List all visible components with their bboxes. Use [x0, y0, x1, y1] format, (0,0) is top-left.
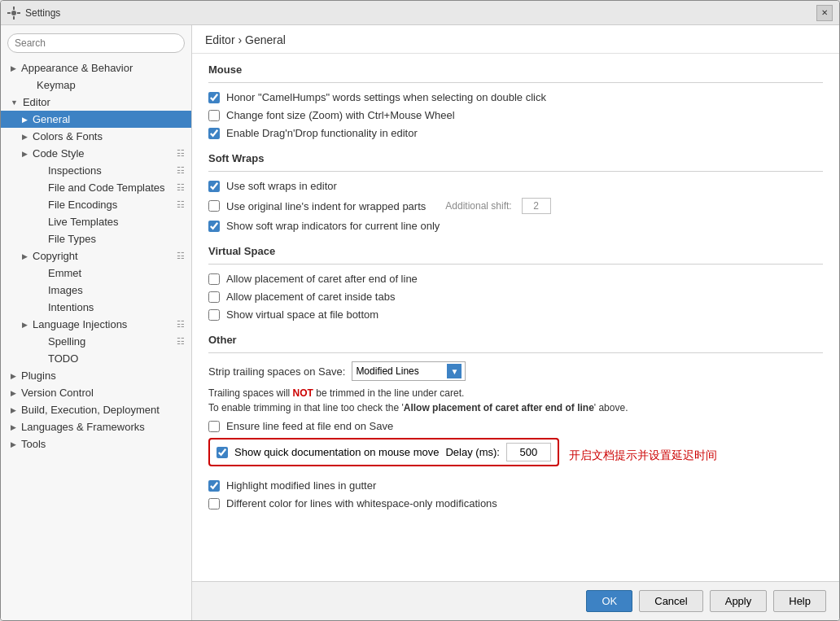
sidebar-label-languages-frameworks: Languages & Frameworks: [21, 421, 185, 433]
delay-label: Delay (ms):: [445, 446, 499, 458]
sidebar-label-inspections: Inspections: [48, 164, 173, 177]
sidebar-item-general[interactable]: ▶General: [1, 111, 191, 128]
help-button[interactable]: Help: [773, 590, 826, 612]
placement-tabs-checkbox[interactable]: [208, 291, 220, 303]
sidebar-label-code-style: Code Style: [33, 147, 173, 160]
virtual-bottom-checkbox[interactable]: [208, 309, 220, 321]
chinese-annotation: 开启文档提示并设置延迟时间: [569, 448, 717, 463]
sidebar-item-language-injections[interactable]: ▶Language Injections☷: [1, 316, 191, 333]
search-input[interactable]: [7, 33, 185, 53]
apply-button[interactable]: Apply: [710, 590, 768, 612]
placement-end-row: Allow placement of caret after end of li…: [208, 273, 823, 285]
drag-drop-label: Enable Drag'n'Drop functionality in edit…: [226, 127, 418, 139]
sidebar-item-images[interactable]: Images: [1, 282, 191, 299]
highlight-modified-row: Highlight modified lines in gutter: [208, 479, 823, 492]
mouse-section-title: Mouse: [208, 63, 823, 76]
main-body: Mouse Honor "CamelHumps" words settings …: [192, 54, 839, 581]
arrow-icon-languages-frameworks: ▶: [11, 423, 16, 431]
sidebar-item-live-templates[interactable]: Live Templates: [1, 213, 191, 230]
use-original-indent-row: Use original line's indent for wrapped p…: [208, 198, 823, 214]
sidebar-item-build-execution[interactable]: ▶Build, Execution, Deployment: [1, 401, 191, 418]
sidebar-item-copyright[interactable]: ▶Copyright☷: [1, 247, 191, 265]
sidebar-item-spelling[interactable]: Spelling☷: [1, 333, 191, 350]
page-icon-code-style: ☷: [177, 148, 185, 159]
page-icon-language-injections: ☷: [177, 319, 185, 330]
sidebar-label-appearance: Appearance & Behavior: [21, 62, 185, 74]
camel-humps-label: Honor "CamelHumps" words settings when s…: [226, 91, 546, 103]
sidebar-item-code-style[interactable]: ▶Code Style☷: [1, 145, 191, 162]
quick-doc-text: Show quick documentation on mouse move: [234, 446, 439, 458]
strip-dropdown[interactable]: Modified Lines ▼: [352, 361, 466, 381]
other-divider: [208, 352, 823, 353]
page-icon-file-encodings: ☷: [177, 199, 185, 210]
sidebar-item-file-encodings[interactable]: File Encodings☷: [1, 196, 191, 213]
sidebar-label-emmet: Emmet: [48, 267, 185, 279]
virtual-bottom-label: Show virtual space at file bottom: [226, 308, 378, 321]
quick-doc-checkbox[interactable]: [217, 447, 228, 458]
title-bar: Settings ✕: [1, 1, 839, 25]
sidebar-item-keymap[interactable]: Keymap: [1, 77, 191, 94]
highlight-modified-checkbox[interactable]: [208, 480, 220, 492]
use-original-indent-checkbox[interactable]: [208, 200, 220, 212]
sidebar-item-emmet[interactable]: Emmet: [1, 265, 191, 282]
show-indicators-checkbox[interactable]: [208, 221, 220, 232]
trailing-note-1: Trailing spaces will: [208, 387, 293, 399]
page-icon-inspections: ☷: [177, 165, 185, 176]
svg-point-0: [11, 11, 16, 15]
ok-button[interactable]: OK: [586, 590, 632, 612]
quick-doc-row: Show quick documentation on mouse move S…: [208, 438, 823, 473]
sidebar-label-images: Images: [48, 284, 185, 296]
sidebar-item-file-types[interactable]: File Types: [1, 230, 191, 247]
mouse-divider: [208, 82, 823, 83]
different-color-label: Different color for lines with whitespac…: [226, 497, 497, 509]
placement-end-checkbox[interactable]: [208, 273, 220, 285]
delay-input[interactable]: [506, 443, 551, 461]
sidebar-item-inspections[interactable]: Inspections☷: [1, 162, 191, 179]
arrow-icon-plugins: ▶: [11, 372, 16, 380]
page-icon-spelling: ☷: [177, 336, 185, 347]
sidebar-item-intentions[interactable]: Intentions: [1, 299, 191, 316]
svg-rect-1: [13, 7, 15, 10]
window-title: Settings: [25, 7, 60, 19]
drag-drop-row: Enable Drag'n'Drop functionality in edit…: [208, 127, 823, 139]
breadcrumb: Editor › General: [205, 33, 286, 46]
sidebar-label-colors-fonts: Colors & Fonts: [33, 130, 185, 142]
sidebar-item-colors-fonts[interactable]: ▶Colors & Fonts: [1, 128, 191, 145]
drag-drop-checkbox[interactable]: [208, 128, 220, 139]
line-feed-checkbox[interactable]: [208, 421, 220, 432]
sidebar-item-file-and-code-templates[interactable]: File and Code Templates☷: [1, 179, 191, 196]
use-soft-wraps-row: Use soft wraps in editor: [208, 180, 823, 192]
page-icon-copyright: ☷: [177, 251, 185, 261]
sidebar-item-languages-frameworks[interactable]: ▶Languages & Frameworks: [1, 418, 191, 435]
arrow-icon-version-control: ▶: [11, 389, 16, 397]
line-feed-row: Ensure line feed at file end on Save: [208, 420, 823, 432]
font-size-row: Change font size (Zoom) with Ctrl+Mouse …: [208, 109, 823, 121]
sidebar-item-editor[interactable]: ▼Editor: [1, 94, 191, 111]
sidebar-item-todo[interactable]: TODO: [1, 350, 191, 367]
main-panel: Editor › General Mouse Honor "CamelHumps…: [192, 25, 839, 620]
sidebar-item-tools[interactable]: ▶Tools: [1, 435, 191, 453]
cancel-button[interactable]: Cancel: [639, 590, 702, 612]
main-header: Editor › General: [192, 25, 839, 54]
different-color-row: Different color for lines with whitespac…: [208, 497, 823, 509]
different-color-checkbox[interactable]: [208, 498, 220, 509]
use-soft-wraps-checkbox[interactable]: [208, 181, 220, 192]
additional-shift-input[interactable]: [522, 198, 551, 214]
camel-humps-checkbox[interactable]: [208, 92, 220, 103]
sidebar-label-spelling: Spelling: [48, 335, 173, 348]
title-bar-left: Settings: [7, 7, 60, 20]
other-section: Other Strip trailing spaces on Save: Mod…: [208, 334, 823, 509]
sidebar-label-copyright: Copyright: [33, 250, 173, 262]
sidebar-label-intentions: Intentions: [48, 301, 185, 313]
sidebar-item-appearance[interactable]: ▶Appearance & Behavior: [1, 59, 191, 77]
close-button[interactable]: ✕: [816, 5, 833, 21]
strip-value: Modified Lines: [356, 365, 447, 377]
sidebar-item-version-control[interactable]: ▶Version Control: [1, 384, 191, 401]
dropdown-caret: ▼: [447, 364, 462, 378]
trailing-not: NOT: [293, 387, 313, 399]
arrow-icon-copyright: ▶: [22, 252, 28, 260]
show-indicators-row: Show soft wrap indicators for current li…: [208, 220, 823, 232]
sidebar-item-plugins[interactable]: ▶Plugins: [1, 367, 191, 384]
page-icon-file-and-code-templates: ☷: [177, 182, 185, 193]
font-size-checkbox[interactable]: [208, 110, 220, 121]
